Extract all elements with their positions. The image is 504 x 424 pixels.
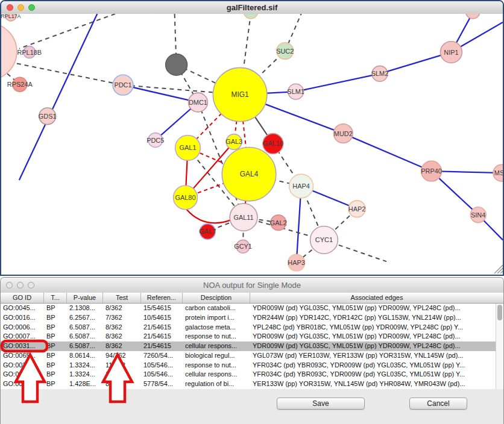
node-label-GCY1: GCY1 [234, 243, 252, 250]
table-cell: GO:0045... [1, 304, 44, 313]
table-header[interactable]: GO IDT...P-valueTestReferen...Desciption… [1, 293, 503, 304]
table-row[interactable]: GO:0065...BP8.0614...94/3627260/54...bio… [1, 351, 503, 361]
table-cell: 10/54615 [141, 313, 183, 323]
network-edge-pp [19, 14, 97, 180]
network-graph: RPL17ARPL18BRPS24AGDS1PDC1DMC1MIG1SUC2SL… [1, 14, 503, 275]
node-label-GAL7: GAL7 [199, 228, 216, 235]
table-cell: GO:0016... [1, 313, 44, 323]
column-header-desciption[interactable]: Desciption [183, 293, 250, 303]
table-row[interactable]: GO:0031...BP1.3324...11/362105/546...cel… [1, 370, 503, 379]
table-cell: YGL073W (pd) YER103W, YER133W (pp) YOR31… [250, 351, 503, 361]
table-cell: GO:0007... [1, 332, 44, 341]
nodes-layer: RPL17ARPL18BRPS24AGDS1PDC1DMC1MIG1SUC2SL… [1, 14, 503, 271]
table-scrollbar[interactable] [496, 304, 503, 389]
table-cell: YER133W (pp) YOR315W, YNL145W (pd) YHR08… [250, 379, 503, 389]
noa-titlebar[interactable]: NOA output for Single Mode [1, 278, 503, 293]
table-cell: protein import i... [183, 313, 250, 323]
column-header-referen[interactable]: Referen... [141, 293, 183, 303]
table-cell: 105/546... [141, 361, 183, 370]
table-row[interactable]: GO:0016...BP6.2567...7/36210/54615protei… [1, 313, 503, 323]
network-canvas[interactable]: RPL17ARPL18BRPS24AGDS1PDC1DMC1MIG1SUC2SL… [1, 14, 503, 275]
table-cell: 7/362 [103, 313, 141, 323]
table-cell: regulation of bi... [183, 379, 250, 389]
node-label-RPL18B: RPL18B [17, 49, 42, 56]
table-row[interactable]: GO:0050...BP1.428E...80/3625778/54...reg… [1, 379, 503, 389]
node-unlabeled[interactable] [244, 14, 258, 19]
node-label-MSN: MSN [494, 169, 503, 176]
table-cell: 6.2567... [67, 313, 103, 323]
node-unlabeled[interactable] [166, 54, 187, 76]
table-cell: 8/362 [103, 323, 141, 332]
node-label-CYC1: CYC1 [315, 236, 333, 243]
table-row[interactable]: GO:0045...BP2.1308...8/36215/54615carbon… [1, 304, 503, 313]
table-cell: 11/362 [103, 370, 141, 379]
table-cell: YDR009W (pd) YGL035C, YML051W (pp) YDR00… [250, 341, 503, 351]
network-titlebar[interactable]: galFiltered.sif [1, 1, 503, 14]
scrollbar-thumb[interactable] [497, 305, 502, 320]
save-button[interactable]: Save [277, 398, 365, 410]
table-body: GO:0045...BP2.1308...8/36215/54615carbon… [1, 304, 503, 389]
network-edge-pp [123, 85, 198, 102]
table-cell: biological regul... [183, 351, 250, 361]
node-label-GDS1: GDS1 [39, 113, 57, 120]
table-cell: response to nut... [183, 332, 250, 341]
table-cell: YDR244W (pp) YDR142C, YDR142C (pp) YGL15… [250, 313, 503, 323]
table-row[interactable]: GO:0031...BP6.5087...8/36221/54615cellul… [1, 341, 503, 351]
resize-grip[interactable] [494, 265, 503, 273]
column-header-pvalue[interactable]: P-value [67, 293, 103, 303]
noa-window-title: NOA output for Single Mode [1, 281, 503, 290]
table-cell: YFR034C (pd) YBR093C, YDR009W (pd) YGL03… [250, 361, 503, 370]
node-unlabeled[interactable] [1, 23, 17, 80]
table-cell: 6.5087... [67, 323, 103, 332]
network-edge-pd [17, 63, 123, 85]
node-unlabeled[interactable] [465, 14, 480, 19]
node-label-GAL80: GAL80 [175, 194, 196, 201]
column-header-associatededges[interactable]: Associated edges [250, 293, 503, 303]
table-cell: BP [44, 323, 67, 332]
network-edge-pp [343, 134, 431, 172]
node-label-NIP1: NIP1 [444, 49, 458, 56]
table-cell: carbon cataboli... [183, 304, 250, 313]
table-cell: GO:0031... [1, 361, 44, 370]
table-row[interactable]: GO:0031...BP1.3324...11/362105/546...res… [1, 361, 503, 370]
node-label-HAP3: HAP3 [288, 259, 305, 266]
column-header-test[interactable]: Test [103, 293, 141, 303]
table-cell: BP [44, 313, 67, 323]
cancel-button[interactable]: Cancel [409, 398, 467, 410]
table-cell: cellular respons... [183, 370, 250, 379]
column-header-t[interactable]: T... [44, 293, 67, 303]
table-cell: 6.5087... [67, 332, 103, 341]
node-label-SLM2: SLM2 [371, 70, 389, 77]
table-cell: 80/362 [103, 379, 141, 389]
node-label-PDC5: PDC5 [146, 137, 164, 144]
node-label-GAL3: GAL3 [225, 139, 242, 146]
table-cell: 8/362 [103, 341, 141, 351]
table-cell: GO:0031... [1, 370, 44, 379]
network-window: galFiltered.sif RPL17ARPL18BRPS24AGDS1PD… [0, 0, 504, 276]
table-cell: 94/362 [103, 351, 141, 361]
table-cell: 2.1308... [67, 304, 103, 313]
table-cell: BP [44, 332, 67, 341]
table-cell: 1.428E... [67, 379, 103, 389]
table-cell: 7260/54... [141, 351, 183, 361]
column-header-goid[interactable]: GO ID [1, 293, 44, 303]
node-label-RPS24A: RPS24A [7, 81, 33, 88]
table-cell: 15/54615 [141, 304, 183, 313]
table-cell: BP [44, 341, 67, 351]
table-cell: GO:0031... [1, 341, 44, 351]
node-label-HAP2: HAP2 [348, 205, 366, 213]
table-cell: 1.3324... [67, 370, 103, 379]
node-label-GAL1: GAL1 [180, 144, 197, 151]
table-row[interactable]: GO:0006...BP6.5087...8/36221/54615galact… [1, 323, 503, 332]
table-cell: 1.3324... [67, 361, 103, 370]
node-label-HAP4: HAP4 [292, 182, 310, 190]
node-label-GAL4: GAL4 [240, 170, 259, 178]
table-cell: YDR009W (pd) YGL035C, YML051W (pp) YDR00… [250, 304, 503, 313]
table-cell: YPL248C (pd) YBR018C, YML051W (pp) YDR00… [250, 323, 503, 332]
network-edge-pp [296, 73, 380, 92]
table-cell: cellular respons... [183, 341, 250, 351]
table-cell: BP [44, 361, 67, 370]
table-row[interactable]: GO:0007...BP6.5087...8/36221/54615respon… [1, 332, 503, 341]
table-cell: BP [44, 304, 67, 313]
table-cell: galactose meta... [183, 323, 250, 332]
